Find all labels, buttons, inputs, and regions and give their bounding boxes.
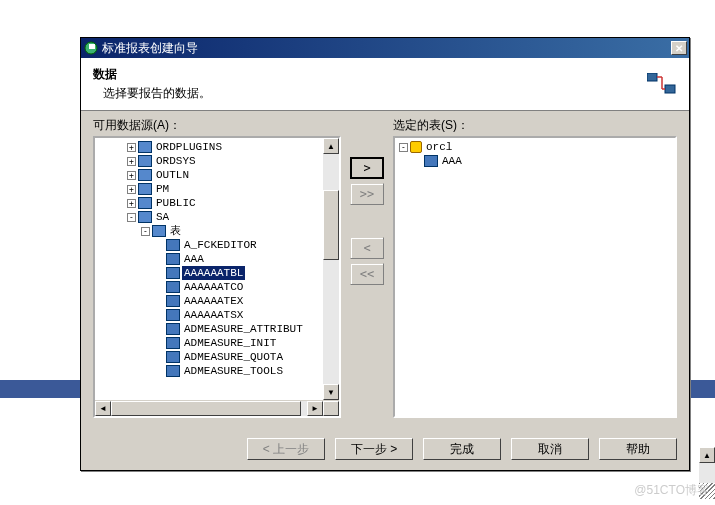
data-icon bbox=[647, 73, 677, 95]
close-button[interactable]: ✕ bbox=[671, 41, 687, 55]
scroll-down-button[interactable]: ▼ bbox=[323, 384, 339, 400]
expander-icon[interactable]: - bbox=[141, 227, 150, 236]
table-node[interactable]: AAAAAATEX bbox=[95, 294, 323, 308]
item-icon bbox=[166, 337, 180, 349]
table-icon bbox=[138, 183, 152, 195]
page-subtitle: 选择要报告的数据。 bbox=[103, 85, 647, 102]
schema-node[interactable]: -SA bbox=[95, 210, 323, 224]
page-vscroll-fragment[interactable]: ▲ bbox=[699, 447, 715, 483]
selected-tree[interactable]: -orclAAA bbox=[393, 136, 677, 418]
scroll-up-button[interactable]: ▲ bbox=[323, 138, 339, 154]
remove-button[interactable]: < bbox=[350, 237, 384, 259]
expander-icon[interactable]: + bbox=[127, 199, 136, 208]
item-icon bbox=[166, 365, 180, 377]
selected-table-node[interactable]: AAA bbox=[395, 154, 675, 168]
item-icon bbox=[166, 323, 180, 335]
add-all-button[interactable]: >> bbox=[350, 183, 384, 205]
table-group-node[interactable]: -表 bbox=[95, 224, 323, 238]
button-bar: < 上一步 下一步 > 完成 取消 帮助 bbox=[81, 428, 689, 470]
schema-node[interactable]: +ORDPLUGINS bbox=[95, 140, 323, 154]
cancel-button[interactable]: 取消 bbox=[511, 438, 589, 460]
selected-label: 选定的表(S)： bbox=[393, 117, 677, 134]
available-label: 可用数据源(A)： bbox=[93, 117, 341, 134]
expander-icon[interactable]: - bbox=[127, 213, 136, 222]
db-icon bbox=[410, 141, 422, 153]
window-title: 标准报表创建向导 bbox=[102, 40, 671, 57]
wizard-header: 数据 选择要报告的数据。 bbox=[81, 58, 689, 111]
hscrollbar[interactable]: ◄ ► bbox=[95, 400, 339, 416]
expander-icon[interactable]: + bbox=[127, 157, 136, 166]
scroll-left-button[interactable]: ◄ bbox=[95, 401, 111, 416]
add-button[interactable]: > bbox=[350, 157, 384, 179]
table-node[interactable]: AAAAAATCO bbox=[95, 280, 323, 294]
svg-rect-2 bbox=[647, 73, 657, 81]
table-icon bbox=[138, 197, 152, 209]
page-title: 数据 bbox=[93, 66, 647, 83]
table-node[interactable]: AAA bbox=[95, 252, 323, 266]
scroll-right-button[interactable]: ► bbox=[307, 401, 323, 416]
expander-icon[interactable]: + bbox=[127, 171, 136, 180]
table-icon bbox=[138, 155, 152, 167]
schema-node[interactable]: +PM bbox=[95, 182, 323, 196]
scroll-thumb-h[interactable] bbox=[111, 401, 301, 416]
svg-rect-3 bbox=[665, 85, 675, 93]
expander-icon[interactable]: - bbox=[399, 143, 408, 152]
watermark: @51CTO博客 bbox=[634, 482, 709, 499]
schema-node[interactable]: +PUBLIC bbox=[95, 196, 323, 210]
expander-icon[interactable]: + bbox=[127, 185, 136, 194]
item-icon bbox=[166, 295, 180, 307]
item-icon bbox=[166, 309, 180, 321]
item-icon bbox=[166, 253, 180, 265]
table-icon bbox=[138, 141, 152, 153]
table-node[interactable]: A_FCKEDITOR bbox=[95, 238, 323, 252]
next-button[interactable]: 下一步 > bbox=[335, 438, 413, 460]
app-icon bbox=[83, 40, 99, 56]
vscrollbar[interactable]: ▲ ▼ bbox=[323, 138, 339, 400]
table-node[interactable]: ADMEASURE_ATTRIBUT bbox=[95, 322, 323, 336]
remove-all-button[interactable]: << bbox=[350, 263, 384, 285]
table-node[interactable]: ADMEASURE_INIT bbox=[95, 336, 323, 350]
table-icon bbox=[152, 225, 166, 237]
back-button[interactable]: < 上一步 bbox=[247, 438, 325, 460]
item-icon bbox=[166, 239, 180, 251]
wizard-dialog: 标准报表创建向导 ✕ 数据 选择要报告的数据。 可用数据源(A)： bbox=[80, 37, 690, 471]
table-icon bbox=[138, 169, 152, 181]
expander-icon[interactable]: + bbox=[127, 143, 136, 152]
titlebar[interactable]: 标准报表创建向导 ✕ bbox=[81, 38, 689, 58]
item-icon bbox=[166, 281, 180, 293]
item-icon bbox=[166, 267, 180, 279]
schema-node[interactable]: +ORDSYS bbox=[95, 154, 323, 168]
finish-button[interactable]: 完成 bbox=[423, 438, 501, 460]
table-node[interactable]: AAAAAATSX bbox=[95, 308, 323, 322]
table-node[interactable]: ADMEASURE_TOOLS bbox=[95, 364, 323, 378]
svg-rect-1 bbox=[89, 44, 95, 49]
table-node[interactable]: AAAAAATBL bbox=[95, 266, 323, 280]
help-button[interactable]: 帮助 bbox=[599, 438, 677, 460]
item-icon bbox=[166, 351, 180, 363]
available-tree[interactable]: +ORDPLUGINS+ORDSYS+OUTLN+PM+PUBLIC-SA-表A… bbox=[93, 136, 341, 418]
schema-node[interactable]: +OUTLN bbox=[95, 168, 323, 182]
scroll-thumb[interactable] bbox=[323, 190, 339, 260]
db-node[interactable]: -orcl bbox=[395, 140, 675, 154]
table-node[interactable]: ADMEASURE_QUOTA bbox=[95, 350, 323, 364]
table-icon bbox=[138, 211, 152, 223]
item-icon bbox=[424, 155, 438, 167]
